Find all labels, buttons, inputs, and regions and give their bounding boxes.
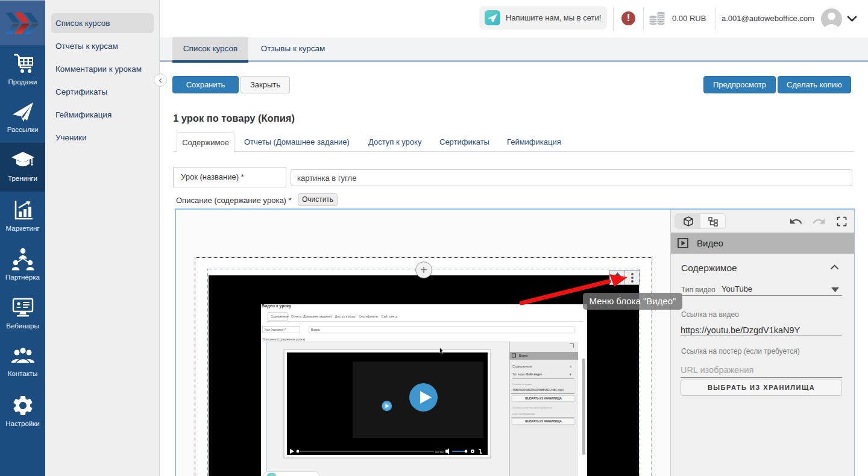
svg-text:00:00: 00:00 (435, 450, 444, 454)
